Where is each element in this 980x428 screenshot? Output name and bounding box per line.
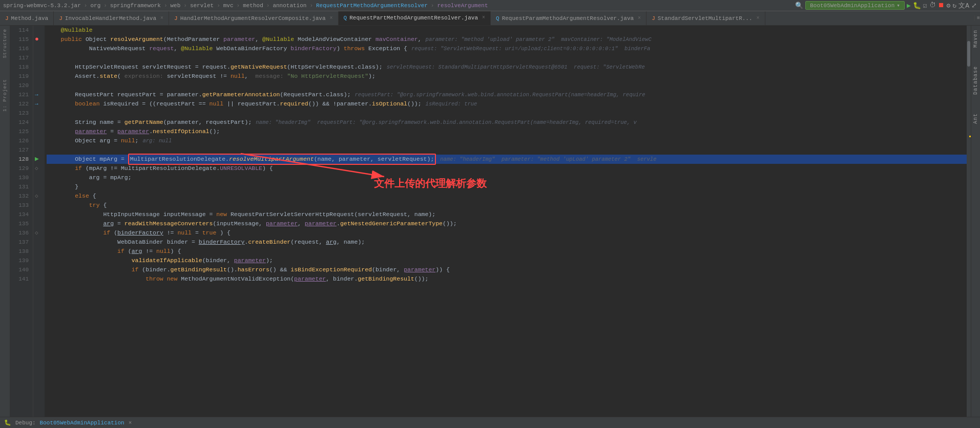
gutter: ● → → ▶ ◇ ◇ ◇ <box>33 26 45 417</box>
tab-requestpart-active[interactable]: Q RequestPartMethodArgumentResolver.java… <box>339 11 491 26</box>
tab-method-java[interactable]: J Method.java <box>0 11 54 26</box>
line-numbers: 114 115 116 117 118 119 120 121 122 123 … <box>10 26 33 417</box>
code-lines[interactable]: @Nullable public Object resolveArgument(… <box>45 26 967 417</box>
tab-requestparam[interactable]: Q RequestParamMethodArgumentResolver.jav… <box>491 11 647 26</box>
settings-icon[interactable]: ⚙ <box>947 2 951 10</box>
code-line-133: try { <box>47 201 967 210</box>
tab-handler-composite[interactable]: J HandlerMethodArgumentResolverComposite… <box>169 11 338 26</box>
database-panel-label[interactable]: Database <box>972 62 979 99</box>
gutter-marker-129: ◇ <box>35 164 38 173</box>
code-line-120 <box>47 81 967 90</box>
code-line-119: Assert.state( expression: servletRequest… <box>47 72 967 81</box>
code-line-136: if (binderFactory != null = true ) { <box>47 228 967 238</box>
translate-icon[interactable]: 文A <box>958 1 969 10</box>
structure-label[interactable]: Structure <box>3 29 8 58</box>
project-label[interactable]: 1: Project <box>3 79 8 112</box>
code-line-116: NativeWebRequest request, @Nullable WebD… <box>47 44 967 53</box>
close-tab-requestparam[interactable]: × <box>638 15 641 21</box>
expand-icon[interactable]: ⤢ <box>971 2 977 10</box>
java-file-icon3: J <box>174 15 178 22</box>
code-line-129: if (mpArg != MultipartResolutionDelegate… <box>47 164 967 173</box>
close-tab-requestpart[interactable]: × <box>482 15 485 20</box>
code-line-115: public Object resolveArgument(MethodPara… <box>47 35 967 44</box>
ant-panel-label[interactable]: Ant <box>972 109 979 128</box>
run-config-label: Boot05WebAdminApplication <box>810 3 894 9</box>
q-file-icon: Q <box>344 15 347 21</box>
code-editor: 114 115 116 117 118 119 120 121 122 123 … <box>10 26 967 417</box>
code-line-132: else { <box>47 191 967 201</box>
maven-panel-label[interactable]: Maven <box>972 26 979 52</box>
close-tab-invocable[interactable]: × <box>160 15 163 21</box>
code-line-125: parameter = parameter.nestedIfOptional()… <box>47 127 967 136</box>
gutter-marker-132: ◇ <box>35 191 38 201</box>
debug-run-icon[interactable]: 🐛 <box>913 2 921 10</box>
scroll-thumb[interactable] <box>967 41 970 67</box>
code-line-128: Object mpArg = MultipartResolutionDelega… <box>47 155 967 164</box>
run-controls: 🔍 Boot05WebAdminApplication ▾ ▶ 🐛 ☑ ⏱ ⏹ … <box>795 1 977 10</box>
code-line-141: throw new MethodArgumentNotValidExceptio… <box>47 274 967 284</box>
debug-label: Debug: <box>15 420 36 426</box>
tab-invocable[interactable]: J InvocableHandlerMethod.java × <box>54 11 169 26</box>
coverage-icon[interactable]: ☑ <box>923 2 927 10</box>
java-file-icon: J <box>5 15 9 22</box>
code-line-138: if (arg != null) { <box>47 247 967 256</box>
code-line-137: WebDataBinder binder = binderFactory.cre… <box>47 238 967 247</box>
bottom-bar: 🐛 Debug: Boot05WebAdminApplication × <box>0 417 980 428</box>
search-icon[interactable]: 🔍 <box>795 2 803 10</box>
java-file-icon4: J <box>652 15 655 22</box>
code-line-117 <box>47 53 967 62</box>
tab-bar: J Method.java J InvocableHandlerMethod.j… <box>0 11 980 26</box>
red-box-code: MultipartResolutionDelegate.resolveMulti… <box>128 154 436 165</box>
q-file-icon2: Q <box>496 15 499 22</box>
run-icon[interactable]: ▶ <box>907 2 911 10</box>
close-tab-composite[interactable]: × <box>330 15 333 21</box>
java-file-icon2: J <box>59 15 62 22</box>
code-line-134: HttpInputMessage inputMessage = new Requ… <box>47 210 967 219</box>
debug-dot-115[interactable]: ● <box>35 35 39 44</box>
code-line-126: Object arg = null; arg: null <box>47 136 967 145</box>
gutter-marker-136: ◇ <box>35 228 38 238</box>
code-line-122: boolean isRequired = ((requestPart == nu… <box>47 99 967 109</box>
profile-icon[interactable]: ⏱ <box>929 2 936 9</box>
current-line-arrow: ▶ <box>35 155 39 164</box>
top-bar: spring-webmvc-5.3.2.jar › org › springfr… <box>0 0 980 11</box>
debug-icon: 🐛 <box>4 419 11 426</box>
side-panel-toggle[interactable]: ≡ <box>974 15 980 21</box>
run-app-button[interactable]: Boot05WebAdminApplication ▾ <box>805 1 905 10</box>
right-panel-labels: Maven Database Ant <box>971 26 980 417</box>
vertical-scrollbar[interactable] <box>967 26 971 417</box>
code-line-121: RequestPart requestPart = parameter.getP… <box>47 90 967 99</box>
code-line-139: validateIfApplicable(binder, parameter); <box>47 256 967 265</box>
error-indicator <box>969 136 971 137</box>
code-line-131: } <box>47 182 967 191</box>
code-line-140: if (binder.getBindingResult().hasErrors(… <box>47 265 967 274</box>
debug-arrow-121: → <box>35 90 38 99</box>
code-line-135: arg = readWithMessageConverters(inputMes… <box>47 219 967 228</box>
code-line-130: arg = mpArg; <box>47 173 967 182</box>
debug-arrow-122: → <box>35 99 38 109</box>
stop-icon[interactable]: ⏹ <box>938 2 945 9</box>
debug-app-name[interactable]: Boot05WebAdminApplication <box>40 420 124 426</box>
code-line-114: @Nullable <box>47 26 967 35</box>
close-tab-multipart[interactable]: × <box>757 15 760 21</box>
main-area: Structure 1: Project 114 115 116 117 118… <box>0 26 980 417</box>
tab-standard-multipart[interactable]: J StandardServletMultipartR... × <box>647 11 765 26</box>
code-line-123 <box>47 109 967 118</box>
left-toolbar: Structure 1: Project <box>0 26 10 417</box>
update-icon[interactable]: ↻ <box>952 2 956 10</box>
breadcrumb-jar: spring-webmvc-5.3.2.jar <box>3 3 81 9</box>
code-line-118: HttpServletRequest servletRequest = requ… <box>47 62 967 72</box>
code-line-124: String name = getPartName(parameter, req… <box>47 118 967 127</box>
debug-close[interactable]: × <box>129 420 132 426</box>
